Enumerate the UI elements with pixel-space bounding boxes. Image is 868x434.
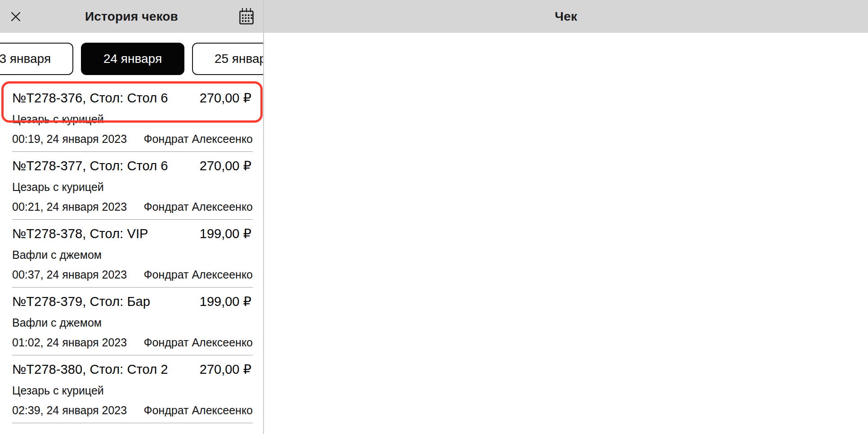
receipt-row-bottom: 00:37, 24 января 2023 Фондрат Алексеенко	[12, 268, 253, 281]
receipt-datetime: 00:37, 24 января 2023	[12, 268, 127, 281]
receipt-row-bottom: 00:19, 24 января 2023 Фондрат Алексеенко	[12, 133, 253, 145]
close-icon	[9, 9, 23, 24]
receipt-title: №T278-376, Стол: Стол 6	[12, 90, 168, 106]
receipt-row[interactable]: №T278-377, Стол: Стол 6 270,00 ₽ Цезарь …	[12, 152, 253, 220]
date-tab-strip[interactable]: 23 января 24 января 25 января	[0, 43, 263, 75]
close-button[interactable]	[5, 6, 26, 27]
receipt-row-top: №T278-379, Стол: Бар 199,00 ₽	[12, 294, 253, 309]
receipt-detail-title: Чек	[555, 9, 577, 24]
receipt-title: №T278-379, Стол: Бар	[12, 294, 150, 309]
receipt-row-bottom: 01:02, 24 января 2023 Фондрат Алексеенко	[12, 336, 253, 349]
receipt-row-top: №T278-380, Стол: Стол 2 270,00 ₽	[12, 362, 253, 377]
receipt-row-top: №T278-376, Стол: Стол 6 270,00 ₽	[12, 90, 253, 106]
receipt-history-panel: История чеков	[0, 0, 263, 434]
receipt-employee: Фондрат Алексеенко	[143, 336, 253, 349]
receipt-price: 199,00 ₽	[200, 294, 253, 309]
history-header: История чеков	[0, 0, 263, 33]
receipt-title: №T278-380, Стол: Стол 2	[12, 362, 168, 377]
receipt-row[interactable]: №T278-376, Стол: Стол 6 270,00 ₽ Цезарь …	[12, 84, 253, 152]
receipt-price: 199,00 ₽	[200, 226, 253, 241]
receipt-datetime: 01:02, 24 января 2023	[12, 336, 127, 349]
receipt-price: 270,00 ₽	[200, 158, 253, 173]
receipt-title: №T278-378, Стол: VIP	[12, 226, 148, 241]
calendar-icon	[238, 7, 255, 26]
receipt-item-name: Вафли с джемом	[12, 248, 253, 261]
receipt-title: №T278-377, Стол: Стол 6	[12, 158, 168, 173]
receipt-row-top: №T278-377, Стол: Стол 6 270,00 ₽	[12, 158, 253, 173]
receipt-item-name: Цезарь с курицей	[12, 113, 253, 125]
receipt-employee: Фондрат Алексеенко	[143, 404, 253, 416]
receipt-row-top: №T278-378, Стол: VIP 199,00 ₽	[12, 226, 253, 241]
receipt-price: 270,00 ₽	[200, 90, 253, 106]
calendar-button[interactable]	[236, 6, 257, 27]
pos-receipt-history-screen: История чеков	[0, 0, 868, 434]
receipt-row-bottom: 00:21, 24 января 2023 Фондрат Алексеенко	[12, 200, 253, 213]
date-tab[interactable]: 23 января	[0, 43, 73, 75]
receipt-list[interactable]: №T278-376, Стол: Стол 6 270,00 ₽ Цезарь …	[0, 84, 263, 423]
history-title: История чеков	[85, 9, 178, 24]
receipt-price: 270,00 ₽	[200, 362, 253, 377]
receipt-datetime: 00:19, 24 января 2023	[12, 133, 127, 145]
receipt-item-name: Цезарь с курицей	[12, 181, 253, 193]
receipt-header: Чек	[264, 0, 868, 33]
receipt-row[interactable]: №T278-378, Стол: VIP 199,00 ₽ Вафли с дж…	[12, 220, 253, 288]
date-tab[interactable]: 24 января	[81, 43, 184, 75]
receipt-detail-panel: Чек	[264, 0, 868, 434]
receipt-item-name: Вафли с джемом	[12, 316, 253, 329]
receipt-row[interactable]: №T278-379, Стол: Бар 199,00 ₽ Вафли с дж…	[12, 288, 253, 355]
receipt-item-name: Цезарь с курицей	[12, 384, 253, 397]
receipt-employee: Фондрат Алексеенко	[143, 268, 253, 281]
receipt-row-bottom: 02:39, 24 января 2023 Фондрат Алексеенко	[12, 404, 253, 416]
receipt-row[interactable]: №T278-380, Стол: Стол 2 270,00 ₽ Цезарь …	[12, 355, 253, 423]
receipt-employee: Фондрат Алексеенко	[143, 133, 253, 145]
date-tabs-section: 23 января 24 января 25 января	[0, 43, 263, 75]
receipt-datetime: 00:21, 24 января 2023	[12, 200, 127, 213]
receipt-employee: Фондрат Алексеенко	[143, 200, 253, 213]
receipt-datetime: 02:39, 24 января 2023	[12, 404, 127, 416]
date-tab[interactable]: 25 января	[192, 43, 263, 75]
